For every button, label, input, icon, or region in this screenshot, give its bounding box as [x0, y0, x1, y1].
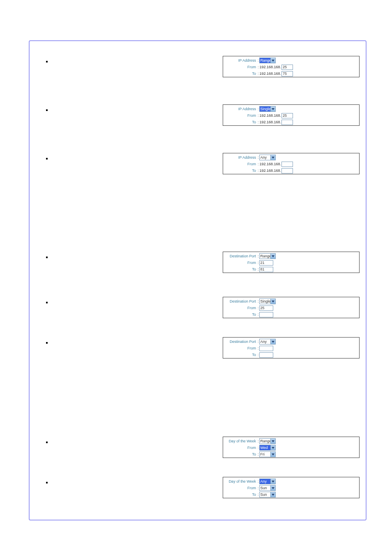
- bullet-icon: [46, 482, 48, 483]
- day-range-panel: Day of the Week:RangeFrom:WedTo:Fri: [223, 437, 360, 458]
- ip-range-type-select-value: Range: [261, 58, 272, 62]
- port-range-to-input[interactable]: [259, 267, 273, 272]
- port-range-type-select-value: Range: [261, 254, 272, 258]
- ip-range-from-ip-prefix: 192.168.168.: [259, 65, 282, 69]
- port-range-panel: Destination Port:RangeFrom:To:: [223, 252, 360, 273]
- svg-marker-6: [272, 440, 274, 442]
- port-single-type-select[interactable]: Single: [259, 298, 276, 304]
- ip-range-to-input[interactable]: [281, 71, 293, 76]
- ip-single-from-label: From: [226, 113, 257, 118]
- chevron-down-icon[interactable]: [270, 58, 275, 63]
- ip-any-from-ip-prefix: 192.168.168.: [259, 162, 282, 166]
- day-any-type-select-value: Any: [261, 479, 267, 483]
- chevron-down-icon[interactable]: [270, 106, 275, 111]
- chevron-down-icon[interactable]: [270, 155, 275, 160]
- chevron-down-icon[interactable]: [270, 299, 275, 304]
- svg-marker-11: [272, 494, 274, 496]
- chevron-down-icon[interactable]: [270, 452, 275, 457]
- ip-any-title-label: IP Address: [226, 155, 257, 160]
- port-range-type-select[interactable]: Range: [259, 253, 276, 259]
- chevron-down-icon[interactable]: [270, 486, 275, 490]
- svg-marker-5: [272, 341, 274, 343]
- bullet-icon: [46, 442, 48, 443]
- svg-marker-7: [272, 447, 274, 449]
- day-any-panel: Day of the Week:AnyFrom:SunTo:Sun: [223, 477, 360, 498]
- day-any-type-select[interactable]: Any: [259, 479, 276, 484]
- port-single-from-input[interactable]: [259, 305, 273, 311]
- bullet-icon: [46, 257, 48, 258]
- ip-any-to-input[interactable]: [281, 168, 293, 173]
- ip-single-to-input[interactable]: [281, 120, 293, 125]
- day-any-from-select-value: Sun: [261, 486, 267, 490]
- ip-single-from-input[interactable]: [281, 113, 293, 118]
- ip-single-type-select[interactable]: Single: [259, 106, 276, 112]
- ip-range-from-input[interactable]: [281, 65, 293, 70]
- ip-single-to-label: To: [226, 120, 257, 124]
- ip-range-type-select[interactable]: Range: [259, 58, 276, 63]
- day-range-type-select-value: Range: [261, 439, 272, 443]
- ip-range-title-label: IP Address: [226, 58, 257, 62]
- chevron-down-icon[interactable]: [270, 479, 275, 484]
- day-range-to-select-value: Fri: [261, 452, 265, 456]
- chevron-down-icon[interactable]: [270, 439, 275, 444]
- ip-single-panel: IP Address:SingleFrom:192.168.168.To:192…: [223, 104, 360, 126]
- port-any-to-label: To: [226, 353, 257, 357]
- svg-marker-8: [272, 453, 274, 456]
- day-any-from-label: From: [226, 486, 257, 490]
- port-range-from-label: From: [226, 261, 257, 265]
- ip-range-from-label: From: [226, 65, 257, 69]
- day-any-to-select[interactable]: Sun: [259, 492, 276, 497]
- day-range-type-select[interactable]: Range: [259, 438, 276, 444]
- day-range-to-select[interactable]: Fri: [259, 451, 276, 457]
- port-any-from-label: From: [226, 346, 257, 350]
- ip-any-type-select-value: Any: [261, 155, 267, 160]
- day-any-title-label: Day of the Week: [226, 479, 257, 483]
- bullet-icon: [46, 61, 48, 62]
- ip-range-to-ip-prefix: 192.168.168.: [259, 72, 282, 76]
- ip-any-panel: IP Address:AnyFrom:192.168.168.To:192.16…: [223, 153, 360, 174]
- day-any-from-select[interactable]: Sun: [259, 485, 276, 491]
- port-any-type-select[interactable]: Any: [259, 339, 276, 345]
- port-single-title-label: Destination Port: [226, 299, 257, 303]
- port-any-to-input[interactable]: [259, 352, 273, 358]
- ip-any-type-select[interactable]: Any: [259, 155, 276, 160]
- day-range-to-label: To: [226, 452, 257, 456]
- port-any-from-input[interactable]: [259, 346, 273, 351]
- ip-any-to-label: To: [226, 169, 257, 173]
- svg-marker-10: [272, 487, 274, 489]
- bullet-icon: [46, 109, 48, 111]
- day-range-from-label: From: [226, 446, 257, 450]
- ip-single-title-label: IP Address: [226, 107, 257, 111]
- bullet-icon: [46, 342, 48, 344]
- svg-marker-3: [272, 255, 274, 257]
- port-single-from-label: From: [226, 306, 257, 310]
- port-single-panel: Destination Port:SingleFrom:To:: [223, 297, 360, 318]
- day-range-from-select-value: Wed: [261, 446, 268, 450]
- port-any-panel: Destination Port:AnyFrom:To:: [223, 337, 360, 358]
- content-area: IP Address:RangeFrom:192.168.168.To:192.…: [30, 41, 366, 520]
- day-range-title-label: Day of the Week: [226, 439, 257, 443]
- chevron-down-icon[interactable]: [270, 492, 275, 497]
- ip-single-to-ip-prefix: 192.168.168.: [259, 120, 282, 124]
- ip-any-from-input[interactable]: [281, 162, 293, 167]
- ip-single-from-ip-prefix: 192.168.168.: [259, 113, 282, 118]
- port-single-to-label: To: [226, 312, 257, 317]
- chevron-down-icon[interactable]: [270, 339, 275, 344]
- day-range-from-select[interactable]: Wed: [259, 445, 276, 451]
- port-any-type-select-value: Any: [261, 340, 267, 344]
- bullet-icon: [46, 302, 48, 303]
- page-frame: IP Address:RangeFrom:192.168.168.To:192.…: [29, 40, 367, 520]
- port-range-title-label: Destination Port: [226, 254, 257, 258]
- chevron-down-icon[interactable]: [270, 445, 275, 450]
- ip-range-panel: IP Address:RangeFrom:192.168.168.To:192.…: [223, 56, 360, 77]
- bullet-icon: [46, 158, 48, 160]
- port-single-to-input[interactable]: [259, 312, 273, 317]
- svg-marker-9: [272, 481, 274, 483]
- svg-marker-1: [272, 108, 274, 110]
- port-range-from-input[interactable]: [259, 260, 273, 266]
- day-any-to-label: To: [226, 493, 257, 497]
- chevron-down-icon[interactable]: [270, 254, 275, 259]
- ip-any-to-ip-prefix: 192.168.168.: [259, 169, 282, 173]
- port-single-type-select-value: Single: [261, 299, 271, 303]
- day-any-to-select-value: Sun: [261, 493, 267, 497]
